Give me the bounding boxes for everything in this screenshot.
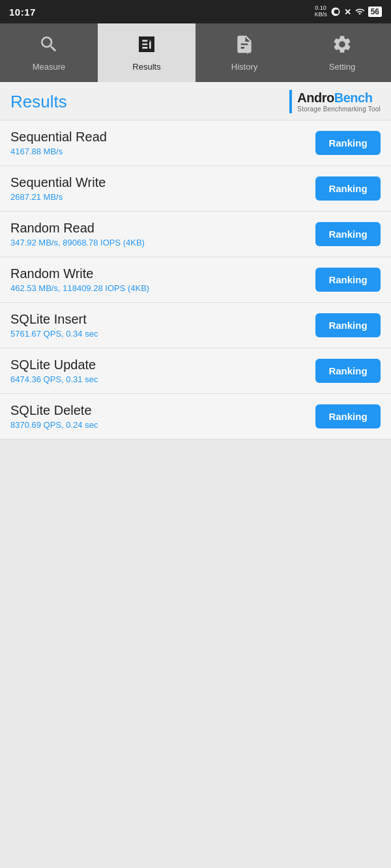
brand-bench: Bench (334, 91, 373, 105)
ranking-button[interactable]: Ranking (315, 131, 381, 155)
result-info: SQLite Delete8370.69 QPS, 0.24 sec (10, 403, 98, 430)
result-value: 6474.36 QPS, 0.31 sec (10, 374, 98, 384)
gear-icon (332, 34, 353, 58)
tab-measure-label: Measure (33, 62, 66, 72)
chart-icon (136, 34, 157, 58)
ranking-button[interactable]: Ranking (315, 313, 381, 337)
result-value: 4167.88 MB/s (10, 147, 107, 156)
result-info: Random Read347.92 MB/s, 89068.78 IOPS (4… (10, 221, 145, 247)
result-row: Random Write462.53 MB/s, 118409.28 IOPS … (0, 257, 391, 303)
result-row: SQLite Delete8370.69 QPS, 0.24 secRankin… (0, 394, 391, 440)
result-info: Random Write462.53 MB/s, 118409.28 IOPS … (10, 266, 149, 293)
result-info: Sequential Read4167.88 MB/s (10, 130, 107, 156)
result-value: 2687.21 MB/s (10, 192, 106, 202)
brand-bar (289, 90, 292, 113)
result-value: 347.92 MB/s, 89068.78 IOPS (4KB) (10, 238, 145, 247)
result-value: 462.53 MB/s, 118409.28 IOPS (4KB) (10, 283, 149, 293)
brand-text: AndroBench Storage Benchmarking Tool (297, 91, 381, 113)
result-name: Random Write (10, 266, 149, 281)
x-icon: ✕ (344, 7, 351, 17)
result-row: Sequential Write2687.21 MB/sRanking (0, 166, 391, 212)
ranking-button[interactable]: Ranking (315, 222, 381, 246)
brand-andro: Andro (297, 91, 334, 105)
result-row: SQLite Insert5761.67 QPS, 0.34 secRankin… (0, 303, 391, 348)
brand-subtitle: Storage Benchmarking Tool (297, 105, 381, 113)
result-row: SQLite Update6474.36 QPS, 0.31 secRankin… (0, 348, 391, 394)
brand-logo: AndroBench Storage Benchmarking Tool (289, 90, 381, 113)
history-icon (234, 34, 255, 58)
result-info: SQLite Insert5761.67 QPS, 0.34 sec (10, 312, 98, 339)
wifi-icon (355, 7, 364, 16)
status-time: 10:17 (9, 7, 36, 18)
battery-icon: 56 (368, 7, 382, 17)
status-bar: 10:17 0.10 KB/s ✕ 56 (0, 0, 391, 23)
nav-tabs: Measure Results History Setting (0, 23, 391, 82)
result-name: SQLite Delete (10, 403, 98, 418)
tab-results-label: Results (132, 62, 160, 72)
tab-history[interactable]: History (195, 23, 293, 82)
result-info: Sequential Write2687.21 MB/s (10, 175, 106, 202)
result-value: 5761.67 QPS, 0.34 sec (10, 329, 98, 339)
bottom-area (0, 440, 391, 622)
status-icons: 0.10 KB/s ✕ 56 (315, 5, 382, 18)
result-name: Sequential Read (10, 130, 107, 145)
tab-results[interactable]: Results (98, 23, 195, 82)
tab-history-label: History (231, 62, 257, 72)
ranking-button[interactable]: Ranking (315, 359, 381, 383)
result-name: Random Read (10, 221, 145, 236)
brand-name: AndroBench (297, 91, 372, 105)
page-title: Results (10, 92, 67, 112)
result-row: Random Read347.92 MB/s, 89068.78 IOPS (4… (0, 212, 391, 257)
tab-measure[interactable]: Measure (0, 23, 98, 82)
vpn-icon (331, 7, 340, 16)
result-name: SQLite Insert (10, 312, 98, 327)
result-value: 8370.69 QPS, 0.24 sec (10, 420, 98, 430)
result-info: SQLite Update6474.36 QPS, 0.31 sec (10, 357, 98, 384)
ranking-button[interactable]: Ranking (315, 404, 381, 428)
search-icon (38, 34, 59, 58)
result-name: Sequential Write (10, 175, 106, 190)
results-list: Sequential Read4167.88 MB/sRankingSequen… (0, 120, 391, 440)
result-row: Sequential Read4167.88 MB/sRanking (0, 120, 391, 166)
ranking-button[interactable]: Ranking (315, 176, 381, 201)
tab-setting[interactable]: Setting (293, 23, 391, 82)
tab-setting-label: Setting (329, 62, 355, 72)
ranking-button[interactable]: Ranking (315, 268, 381, 292)
network-speed: 0.10 KB/s (315, 5, 327, 18)
page-header: Results AndroBench Storage Benchmarking … (0, 82, 391, 120)
result-name: SQLite Update (10, 357, 98, 372)
